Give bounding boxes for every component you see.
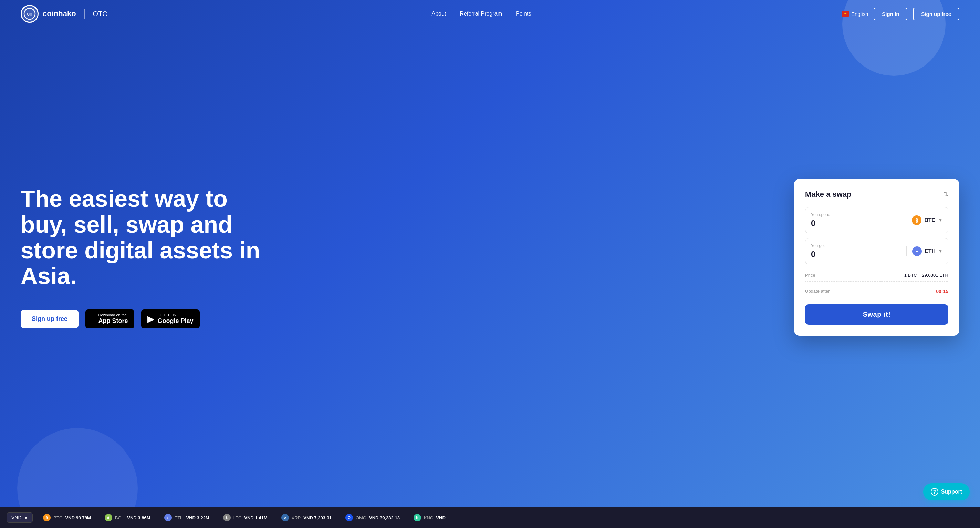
vietnam-flag-icon xyxy=(842,11,849,16)
bch-ticker-icon: ₿ xyxy=(105,514,112,522)
knc-ticker-value: VND xyxy=(436,515,445,520)
signin-button[interactable]: Sign In xyxy=(873,8,907,20)
ticker-bar: VND ▼ ₿ BTC VND 93.78M ₿ BCH VND 3.86M ♦… xyxy=(0,507,980,528)
ticker-knc: K KNC VND xyxy=(414,514,445,522)
knc-ticker-icon: K xyxy=(414,514,421,522)
ticker-ltc: Ł LTC VND 1.41M xyxy=(223,514,267,522)
price-value: 1 BTC = 29.0301 ETH xyxy=(904,273,948,278)
ticker-eth: ♦ ETH VND 3.22M xyxy=(164,514,209,522)
ticker-btc: ₿ BTC VND 93.78M xyxy=(43,514,91,522)
hero-section: The easiest way to buy, sell, swap and s… xyxy=(0,0,980,507)
support-icon: ? xyxy=(931,488,938,496)
price-label: Price xyxy=(805,273,815,278)
hero-right: Make a swap ⇅ You spend ₿ BTC ▼ You get xyxy=(794,179,959,336)
app-store-line1: Download on the xyxy=(99,313,128,317)
apple-icon:  xyxy=(92,314,95,324)
swap-card: Make a swap ⇅ You spend ₿ BTC ▼ You get xyxy=(794,179,959,336)
get-label: You get xyxy=(811,243,906,248)
hero-ctas: Sign up free  Download on the App Store… xyxy=(21,309,262,329)
omg-ticker-symbol: OMG xyxy=(356,515,366,520)
app-store-text: Download on the App Store xyxy=(99,313,128,325)
spend-input-left: You spend xyxy=(811,212,906,228)
you-spend-group: You spend ₿ BTC ▼ xyxy=(805,207,948,233)
xrp-ticker-symbol: XRP xyxy=(292,515,301,520)
eth-ticker-symbol: ETH xyxy=(175,515,183,520)
app-store-button[interactable]:  Download on the App Store xyxy=(85,309,134,329)
hero-left: The easiest way to buy, sell, swap and s… xyxy=(21,186,262,329)
language-label: English xyxy=(851,11,868,17)
update-timer: 00:15 xyxy=(936,289,948,294)
ticker-omg: O OMG VND 39,282.13 xyxy=(345,514,400,522)
logo-otc: OTC xyxy=(93,10,107,18)
ticker-bch: ₿ BCH VND 3.86M xyxy=(105,514,151,522)
ltc-ticker-symbol: LTC xyxy=(234,515,242,520)
xrp-ticker-value: VND 7,203.91 xyxy=(303,515,332,520)
omg-ticker-value: VND 39,282.13 xyxy=(369,515,400,520)
ticker-items: ₿ BTC VND 93.78M ₿ BCH VND 3.86M ♦ ETH V… xyxy=(43,514,973,522)
signup-free-button[interactable]: Sign up free xyxy=(21,310,78,328)
logo-text: coinhako xyxy=(43,9,76,18)
spend-currency-selector[interactable]: ₿ BTC ▼ xyxy=(906,215,942,225)
header-right: English Sign In Sign up free xyxy=(842,8,959,20)
logo-area: CH coinhako OTC xyxy=(21,5,107,23)
swap-card-header: Make a swap ⇅ xyxy=(805,190,948,199)
google-play-line2: Google Play xyxy=(158,317,194,325)
ltc-ticker-value: VND 1.41M xyxy=(244,515,267,520)
language-selector[interactable]: English xyxy=(842,11,868,17)
knc-ticker-symbol: KNC xyxy=(424,515,433,520)
swap-title: Make a swap xyxy=(805,190,851,199)
app-store-line2: App Store xyxy=(99,317,128,325)
get-input-left: You get xyxy=(811,243,906,259)
update-label: Update after xyxy=(805,289,830,294)
update-row: Update after 00:15 xyxy=(805,285,948,297)
support-button[interactable]: ? Support xyxy=(923,483,970,501)
btc-ticker-symbol: BTC xyxy=(53,515,62,520)
eth-ticker-value: VND 3.22M xyxy=(186,515,209,520)
spend-currency-chevron-icon: ▼ xyxy=(938,218,942,223)
bch-ticker-value: VND 3.86M xyxy=(127,515,150,520)
support-label: Support xyxy=(941,489,962,495)
ticker-currency-select[interactable]: VND ▼ xyxy=(7,512,33,523)
nav-points[interactable]: Points xyxy=(516,11,531,17)
xrp-ticker-icon: ✕ xyxy=(281,514,289,522)
logo-icon: CH xyxy=(21,5,38,23)
spend-input[interactable] xyxy=(811,219,906,228)
signup-header-button[interactable]: Sign up free xyxy=(913,8,959,20)
get-input[interactable] xyxy=(811,249,906,259)
ltc-ticker-icon: Ł xyxy=(223,514,231,522)
get-currency-chevron-icon: ▼ xyxy=(938,249,942,254)
google-play-line1: GET IT ON xyxy=(158,313,194,317)
btc-ticker-value: VND 93.78M xyxy=(65,515,91,520)
header: CH coinhako OTC About Referral Program P… xyxy=(0,0,980,27)
swap-it-button[interactable]: Swap it! xyxy=(805,304,948,325)
google-play-text: GET IT ON Google Play xyxy=(158,313,194,325)
ticker-currency-label: VND xyxy=(11,515,22,520)
spend-label: You spend xyxy=(811,212,906,217)
omg-ticker-icon: O xyxy=(345,514,353,522)
swap-arrows-icon[interactable]: ⇅ xyxy=(943,191,948,198)
google-play-icon: ▶ xyxy=(147,314,154,324)
you-get-group: You get ♦ ETH ▼ xyxy=(805,238,948,264)
google-play-button[interactable]: ▶ GET IT ON Google Play xyxy=(141,309,200,329)
get-currency-selector[interactable]: ♦ ETH ▼ xyxy=(906,246,942,256)
btc-icon: ₿ xyxy=(912,215,921,225)
price-row: Price 1 BTC = 29.0301 ETH xyxy=(805,269,948,282)
hero-title: The easiest way to buy, sell, swap and s… xyxy=(21,186,262,289)
bch-ticker-symbol: BCH xyxy=(115,515,124,520)
logo-divider xyxy=(84,9,85,19)
ticker-currency-chevron-icon: ▼ xyxy=(24,515,29,520)
bg-circle-2 xyxy=(17,428,138,507)
main-nav: About Referral Program Points xyxy=(121,11,842,17)
spend-currency-name: BTC xyxy=(924,217,935,223)
eth-icon: ♦ xyxy=(912,246,922,256)
nav-referral[interactable]: Referral Program xyxy=(460,11,502,17)
nav-about[interactable]: About xyxy=(431,11,446,17)
ticker-xrp: ✕ XRP VND 7,203.91 xyxy=(281,514,332,522)
get-currency-name: ETH xyxy=(924,248,935,254)
eth-ticker-icon: ♦ xyxy=(164,514,172,522)
svg-text:CH: CH xyxy=(27,12,32,16)
btc-ticker-icon: ₿ xyxy=(43,514,51,522)
